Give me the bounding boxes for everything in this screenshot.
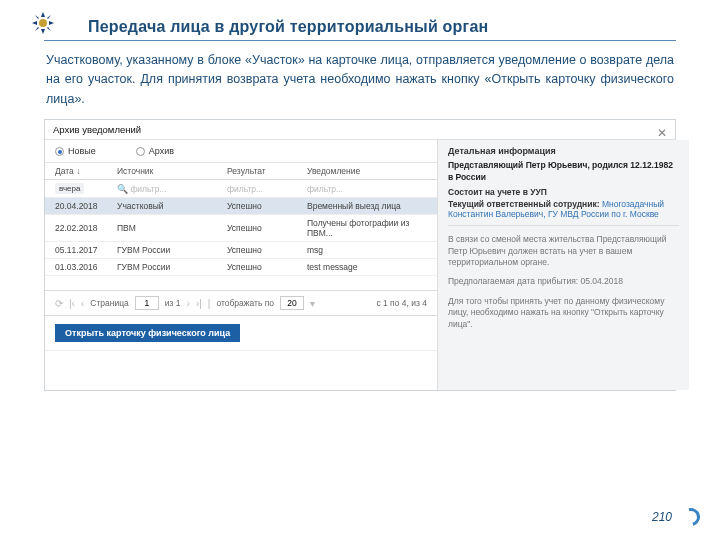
open-card-button[interactable]: Открыть карточку физического лица [55, 324, 240, 342]
close-icon[interactable]: ✕ [657, 126, 667, 140]
instruction-text: Участковому, указанному в блоке «Участок… [46, 51, 674, 109]
pager-next-icon[interactable]: › [187, 298, 190, 309]
detail-hint: Для того чтобы принять учет по данному ф… [448, 296, 679, 330]
filter-result[interactable]: фильтр... [227, 184, 307, 194]
col-date[interactable]: Дата ↓ [55, 166, 117, 176]
filter-notice[interactable]: фильтр... [307, 184, 427, 194]
pager-refresh-icon[interactable]: ⟳ [55, 298, 63, 309]
col-notice[interactable]: Уведомление [307, 166, 427, 176]
tab-new[interactable]: Новые [55, 146, 96, 156]
detail-reason: В связи со сменой места жительства Предс… [448, 234, 679, 268]
page-arc-icon [679, 505, 704, 530]
pager-page-label: Страница [90, 298, 129, 308]
svg-point-0 [39, 19, 47, 27]
detail-eta: Предполагаемая дата прибытия: 05.04.2018 [448, 276, 679, 287]
emblem-icon [30, 10, 56, 36]
pager-first-icon[interactable]: |‹ [69, 298, 75, 309]
page-number: 210 [652, 510, 672, 524]
pager-prev-icon[interactable]: ‹ [81, 298, 84, 309]
page-title: Передача лица в другой территориальный о… [88, 18, 676, 36]
pager-page-input[interactable] [135, 296, 159, 310]
divider [44, 40, 676, 41]
table-row[interactable]: 05.11.2017ГУВМ РоссииУспешноmsg [45, 242, 437, 259]
table-row[interactable]: 22.02.2018ПВМУспешноПолучены фотографии … [45, 215, 437, 242]
filter-tag[interactable]: вчера [55, 183, 84, 194]
app-title: Архив уведомлений [45, 120, 675, 140]
search-icon: 🔍 [117, 184, 128, 194]
chevron-down-icon[interactable]: ▾ [310, 298, 315, 309]
col-result[interactable]: Результат [227, 166, 307, 176]
detail-title: Детальная информация [448, 146, 679, 156]
pager-last-icon[interactable]: ›| [196, 298, 202, 309]
table-row[interactable]: 01.03.2016ГУВМ РоссииУспешноtest message [45, 259, 437, 276]
app-window: ✕ Архив уведомлений Новые Архив Дата ↓ И… [44, 119, 676, 391]
table-row[interactable]: 20.04.2018УчастковыйУспешноВременный вые… [45, 198, 437, 215]
pager-per-input[interactable] [280, 296, 304, 310]
detail-person: Представляющий Петр Юрьевич, родился 12.… [448, 160, 679, 183]
detail-resp-label: Текущий ответственный сотрудник: [448, 199, 600, 209]
col-source[interactable]: Источник [117, 166, 227, 176]
pager-count: с 1 по 4, из 4 [376, 298, 427, 308]
pager-per-label: отображать по [216, 298, 274, 308]
tab-archive[interactable]: Архив [136, 146, 174, 156]
filter-source[interactable]: фильтр... [130, 184, 166, 194]
detail-status: Состоит на учете в УУП [448, 187, 547, 197]
pager-of: из 1 [165, 298, 181, 308]
